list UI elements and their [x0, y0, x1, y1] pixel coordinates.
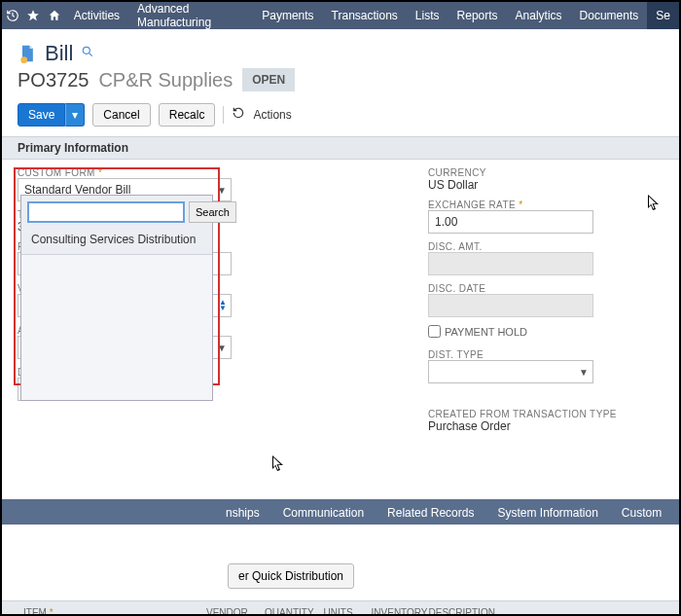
svg-marker-0 [28, 10, 40, 20]
col-vendor-name: VENDOR NAME [206, 607, 265, 616]
col-item: ITEM [23, 607, 54, 616]
save-button[interactable]: Save [18, 103, 65, 127]
record-id: PO3725 [18, 69, 89, 91]
cursor-icon [272, 455, 286, 477]
double-chevron-icon[interactable]: ▲▼ [219, 300, 227, 311]
tab-relationships[interactable]: nships [214, 501, 271, 525]
exchange-rate-label: EXCHANGE RATE [428, 199, 663, 210]
popup-search-input[interactable] [27, 201, 185, 223]
search-icon[interactable] [81, 45, 94, 62]
page-header: Bill PO3725 CP&R Supplies OPEN [2, 29, 679, 97]
home-icon[interactable] [44, 2, 65, 29]
item-grid-header: ITEM VENDOR NAME QUANTITY UNITS INVENTOR… [2, 600, 679, 616]
disc-amt-label: DISC. AMT. [428, 241, 663, 252]
tab-advanced-manufacturing[interactable]: Advanced Manufac [673, 501, 681, 525]
nav-adv-mfg[interactable]: Advanced Manufacturing [128, 2, 253, 29]
page-title: Bill [45, 41, 73, 66]
form-right-column: CURRENCY US Dollar EXCHANGE RATE 1.00 DI… [292, 167, 663, 441]
disc-date-input[interactable] [428, 294, 593, 317]
top-nav: Activities Advanced Manufacturing Paymen… [2, 2, 679, 29]
tab-related-records[interactable]: Related Records [376, 501, 485, 525]
action-bar: Save ▾ Cancel Recalc Actions [2, 97, 679, 136]
created-from-label: CREATED FROM TRANSACTION TYPE [428, 409, 663, 419]
nav-transactions[interactable]: Transactions [323, 2, 407, 29]
bill-icon [18, 43, 37, 64]
nav-more[interactable]: Se [647, 2, 679, 29]
popup-option-consulting[interactable]: Consulting Services Distribution [21, 229, 212, 254]
quick-distribution-button[interactable]: er Quick Distribution [228, 563, 354, 589]
nav-reports[interactable]: Reports [448, 2, 507, 29]
col-units: UNITS [324, 607, 371, 616]
divider [223, 106, 224, 124]
dist-type-select[interactable]: ▼ [428, 360, 593, 383]
chevron-down-icon[interactable]: ▼ [217, 185, 227, 196]
subtab-bar: nships Communication Related Records Sys… [2, 499, 679, 525]
chevron-down-icon[interactable]: ▼ [217, 343, 227, 353]
cancel-button[interactable]: Cancel [92, 103, 150, 127]
star-icon[interactable] [23, 2, 45, 29]
nav-payments[interactable]: Payments [253, 2, 322, 29]
dist-type-label: DIST. TYPE [428, 349, 663, 360]
disc-amt-input[interactable] [428, 252, 593, 275]
exchange-rate-value: 1.00 [435, 215, 457, 229]
save-menu-button[interactable]: ▾ [65, 103, 85, 127]
tab-communication[interactable]: Communication [271, 501, 376, 525]
actions-menu[interactable]: Actions [253, 108, 291, 122]
currency-label: CURRENCY [428, 167, 663, 178]
dist-template-popup: Search Consulting Services Distribution [20, 195, 213, 401]
col-inventory-detail: INVENTORY DETAIL [371, 607, 429, 616]
nav-activities[interactable]: Activities [65, 2, 128, 29]
disc-date-label: DISC. DATE [428, 283, 663, 294]
nav-documents[interactable]: Documents [571, 2, 648, 29]
cursor-icon [648, 195, 662, 216]
svg-point-1 [20, 56, 27, 63]
record-vendor: CP&R Supplies [98, 69, 233, 91]
payment-hold-checkbox[interactable] [428, 325, 441, 338]
nav-analytics[interactable]: Analytics [507, 2, 571, 29]
created-from-value: Purchase Order [428, 419, 642, 433]
col-quantity: QUANTITY [265, 607, 324, 616]
history-icon[interactable] [2, 2, 23, 29]
currency-value: US Dollar [428, 178, 642, 192]
recalc-button[interactable]: Recalc [159, 103, 216, 127]
reset-icon[interactable] [232, 106, 245, 124]
section-primary-information: Primary Information [2, 136, 679, 160]
payment-hold-label: PAYMENT HOLD [445, 326, 527, 338]
popup-empty-area [21, 254, 212, 400]
tab-custom[interactable]: Custom [610, 501, 673, 525]
nav-lists[interactable]: Lists [407, 2, 448, 29]
col-description: DESCRIPTION [429, 607, 679, 616]
svg-line-3 [90, 54, 92, 56]
chevron-down-icon[interactable]: ▼ [579, 367, 589, 378]
popup-search-button[interactable]: Search [189, 201, 236, 223]
svg-point-2 [84, 47, 90, 54]
status-badge: OPEN [242, 68, 295, 91]
tab-system-information[interactable]: System Information [485, 501, 609, 525]
exchange-rate-input[interactable]: 1.00 [428, 210, 593, 234]
custom-form-label: CUSTOM FORM [18, 167, 253, 178]
